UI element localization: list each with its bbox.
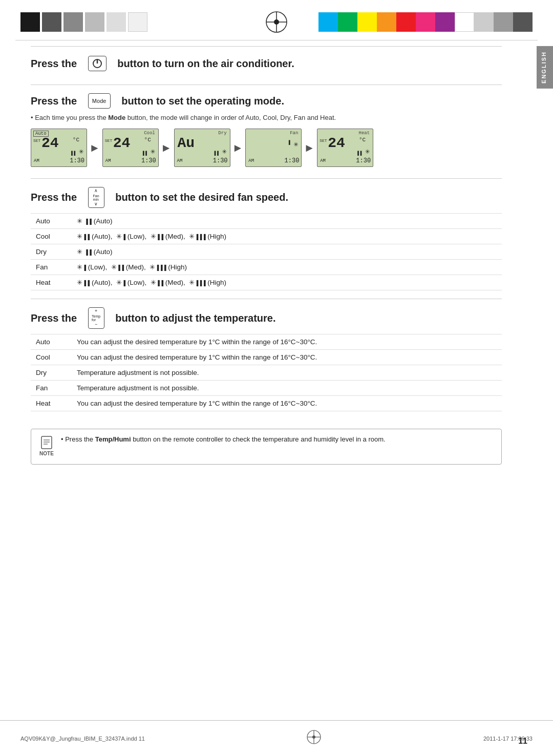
arrow-3: ► [232,141,244,155]
mode-heat-container: Heat SET 24 °C ✳ ▐▐ AM 1:30 [317,129,373,167]
time-heat: 1:30 [356,157,371,164]
mode-bullet: • Each time you press the Mode button, t… [31,114,502,121]
temp-desc-heat: You can adjust the desired temperature b… [72,395,502,411]
swatch-lightgray [85,12,104,32]
right-color-swatches [318,12,533,32]
left-color-swatches [20,12,147,32]
fan-icon-auto-s: ✳ [77,217,82,225]
swatch-ltgray2 [474,12,494,32]
temp-row-dry: Dry Temperature adjustment is not possib… [31,365,502,380]
fan-icon-dry: ✳ [222,146,227,156]
section-power-text: button to turn on the air conditioner. [117,58,294,70]
swatch-cyan [318,12,338,32]
section-fan-speed: Press the ∧ Fanmin ∨ button to set the d… [31,178,502,299]
swatch-white [128,12,147,32]
section-power-heading: Press the button to turn on the air cond… [31,56,502,71]
time-cool: 1:30 [141,157,156,164]
temp-mode-fan: Fan [31,380,72,395]
power-icon-box [88,56,107,71]
press-the-label-1: Press the [31,58,77,70]
temp-row-fan: Fan Temperature adjustment is not possib… [31,380,502,395]
section-mode: Press the Mode button to set the operati… [31,85,502,178]
power-icon [92,58,103,69]
au-display: Au [178,136,195,151]
arrow-1: ► [89,141,100,155]
cool-label: Cool [144,131,155,136]
fan-row-dry: Dry ✳ ▐▐ (Auto) [31,244,502,260]
temp-cool: 24 [113,136,131,151]
section-power: Press the button to turn on the air cond… [31,46,502,85]
note-box: NOTE • Press the Temp/Humi button on the… [31,429,502,465]
signal-auto: ▐▐ [70,151,75,156]
note-text: • Press the Temp/Humi button on the remo… [61,435,386,443]
signal-fan: ▐ [287,140,290,145]
fan-row-fan: Fan ✳▐ (Low), ✳▐▐ (Med), ✳▐▐▐ (High) [31,260,502,275]
swatch-verylightgray [107,12,126,32]
temp-minus-icon: − [95,322,97,328]
set-label-auto: SET [33,138,40,143]
main-content: Press the button to turn on the air cond… [31,46,522,715]
fan-icon-fan: ✳ [293,139,298,149]
fan-speed-cool: ✳▐▐ (Auto), ✳▐ (Low), ✳▐▐ (Med), ✳▐▐▐ (H… [72,229,502,244]
bottom-filename: AQV09K&Y@_Jungfrau_IBIM_E_32437A.indd 11 [20,736,145,742]
section-fan-text: button to set the desired fan speed. [115,192,288,203]
signal-dry: ▐▐ [213,151,219,156]
signal-heat: ▐▐ [356,151,361,156]
mode-icon-box: Mode [88,93,111,109]
swatch-red [396,12,416,32]
unit-cool: °C [144,137,151,143]
swatch-purple [435,12,455,32]
mode-dry-display: Dry Au ✳ ▐▐ AM 1:30 [174,129,230,167]
signal-cool: ▐▐ [141,151,147,156]
fan-label-box: Fanmin [93,194,99,201]
fan-label: Fan [290,131,298,136]
swatch-dkgray2 [513,12,533,32]
swatch-pink [416,12,435,32]
note-icon-area: NOTE [39,435,54,458]
fan-mode-cool: Cool [31,229,72,244]
swatch-gray [63,12,83,32]
time-dry: 1:30 [213,157,228,164]
time-auto: 1:30 [70,157,84,164]
temp-row-cool: Cool You can adjust the desired temperat… [31,349,502,365]
bottom-registration-mark [306,729,322,748]
note-document-icon [39,435,54,450]
fan-icon-cool: ✳ [151,146,155,156]
section-temp-text: button to adjust the temperature. [115,312,275,324]
fan-speed-table: Auto ✳ ▐▐ (Auto) Cool ✳▐▐ (Auto), ✳▐ (Lo… [31,213,502,290]
swatch-medgray2 [494,12,513,32]
temp-mode-dry: Dry [31,365,72,380]
fan-row-auto: Auto ✳ ▐▐ (Auto) [31,214,502,229]
section-fan-heading: Press the ∧ Fanmin ∨ button to set the d… [31,187,502,208]
mode-auto-display: Auto SET 24 °C ✳ ▐▐ AM 1:30 [31,129,87,167]
swatch-darkgray [42,12,61,32]
am-label-dry: AM [177,158,183,163]
am-label-auto: AM [34,158,39,163]
temp-desc-dry: Temperature adjustment is not possible. [72,365,502,380]
note-content: • Press the Temp/Humi button on the remo… [61,435,386,443]
svg-rect-6 [41,436,52,449]
temp-auto: 24 [41,136,59,151]
mode-fan-display: Fan ✳ ▐ AM 1:30 [245,129,302,167]
fan-mode-fan: Fan [31,260,72,275]
svg-point-13 [312,736,315,739]
temp-desc-cool: You can adjust the desired temperature b… [72,349,502,365]
mode-heat-display: Heat SET 24 °C ✳ ▐▐ AM 1:30 [317,129,373,167]
arrow-4: ► [304,141,315,155]
fan-speed-auto: ✳ ▐▐ (Auto) [72,214,502,229]
temp-desc-fan: Temperature adjustment is not possible. [72,380,502,395]
set-label-cool: SET [105,138,112,143]
page-number: 11 [518,737,527,746]
swatch-yellow [357,12,377,32]
dry-label: Dry [218,131,226,136]
swatch-white2 [455,12,474,32]
fan-mode-heat: Heat [31,275,72,290]
temp-row-auto: Auto You can adjust the desired temperat… [31,334,502,349]
fan-speed-heat: ✳▐▐ (Auto), ✳▐ (Low), ✳▐▐ (Med), ✳▐▐▐ (H… [72,275,502,290]
am-label-fan: AM [248,158,254,163]
temp-label-box: Tempfor [92,314,100,322]
fan-row-heat: Heat ✳▐▐ (Auto), ✳▐ (Low), ✳▐▐ (Med), ✳▐… [31,275,502,290]
fan-up-arrow: ∧ [94,188,98,194]
fan-icon-auto: ✳ [79,146,83,156]
am-label-cool: AM [105,158,111,163]
